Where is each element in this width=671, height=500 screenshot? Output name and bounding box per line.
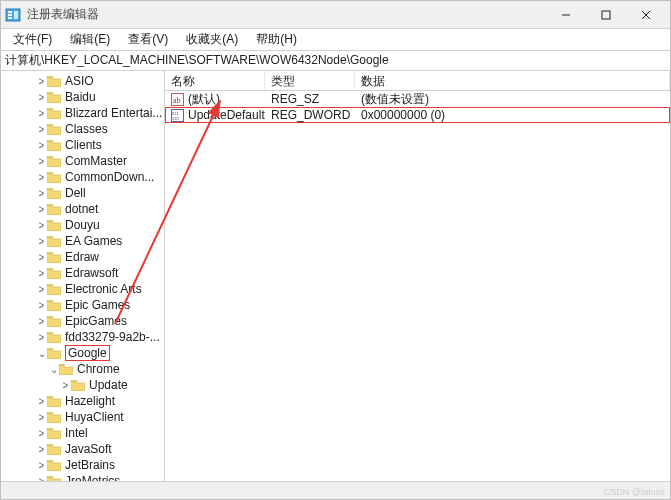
menu-help[interactable]: 帮助(H) (248, 29, 305, 50)
value-type: REG_DWORD (271, 108, 350, 122)
maximize-button[interactable] (586, 1, 626, 29)
column-type-header[interactable]: 类型 (265, 71, 355, 90)
expander-icon[interactable]: > (37, 412, 46, 423)
expander-icon[interactable]: > (37, 396, 46, 407)
watermark: CSDN @taloos (604, 487, 665, 497)
expander-icon[interactable]: > (61, 380, 70, 391)
content: >ASIO>Baidu>Blizzard Entertai...>Classes… (1, 71, 670, 481)
value-name: (默认) (188, 91, 220, 108)
expander-icon[interactable]: > (37, 76, 46, 87)
expander-icon[interactable]: > (37, 108, 46, 119)
expander-icon[interactable]: > (37, 300, 46, 311)
tree-item[interactable]: ⌄Google (1, 345, 164, 361)
tree-item[interactable]: >Clients (1, 137, 164, 153)
svg-rect-1 (8, 11, 12, 13)
expander-icon[interactable]: > (37, 236, 46, 247)
menu-file[interactable]: 文件(F) (5, 29, 60, 50)
tree-item[interactable]: >HuyaClient (1, 409, 164, 425)
expander-icon[interactable]: > (37, 204, 46, 215)
value-name: UpdateDefault (188, 108, 265, 122)
expander-icon[interactable]: > (37, 284, 46, 295)
expander-icon[interactable]: > (37, 92, 46, 103)
tree-item[interactable]: >Edrawsoft (1, 265, 164, 281)
svg-text:ab: ab (173, 96, 181, 105)
tree-item[interactable]: >JreMetrics (1, 473, 164, 481)
expander-icon[interactable]: > (37, 428, 46, 439)
tree-item[interactable]: >Intel (1, 425, 164, 441)
menu-view[interactable]: 查看(V) (120, 29, 176, 50)
expander-icon[interactable]: ⌄ (49, 364, 58, 375)
column-data-header[interactable]: 数据 (355, 71, 670, 90)
value-data: (数值未设置) (361, 91, 429, 108)
expander-icon[interactable]: > (37, 188, 46, 199)
expander-icon[interactable]: > (37, 316, 46, 327)
expander-icon[interactable]: > (37, 332, 46, 343)
tree-item[interactable]: >Douyu (1, 217, 164, 233)
tree-item[interactable]: >ComMaster (1, 153, 164, 169)
tree-item[interactable]: >fdd33279-9a2b-... (1, 329, 164, 345)
svg-rect-2 (8, 14, 12, 16)
expander-icon[interactable]: > (37, 476, 46, 482)
expander-icon[interactable]: > (37, 156, 46, 167)
expander-icon[interactable]: > (37, 172, 46, 183)
regedit-icon (5, 7, 21, 23)
value-type: REG_SZ (271, 92, 319, 106)
window: 注册表编辑器 文件(F) 编辑(E) 查看(V) 收藏夹(A) 帮助(H) 计算… (0, 0, 671, 500)
tree-item[interactable]: >Classes (1, 121, 164, 137)
tree-item[interactable]: >EpicGames (1, 313, 164, 329)
menu-favorites[interactable]: 收藏夹(A) (178, 29, 246, 50)
svg-text:110: 110 (172, 116, 179, 121)
value-data: 0x00000000 (0) (361, 108, 445, 122)
titlebar: 注册表编辑器 (1, 1, 670, 29)
list-header: 名称 类型 数据 (165, 71, 670, 91)
list-pane: 名称 类型 数据 ab(默认)REG_SZ(数值未设置)011110Update… (165, 71, 670, 481)
tree-item[interactable]: >ASIO (1, 73, 164, 89)
expander-icon[interactable]: > (37, 220, 46, 231)
expander-icon[interactable]: > (37, 460, 46, 471)
svg-rect-3 (8, 17, 12, 19)
tree-item[interactable]: >Hazelight (1, 393, 164, 409)
svg-rect-6 (602, 11, 610, 19)
address-bar[interactable]: 计算机\HKEY_LOCAL_MACHINE\SOFTWARE\WOW6432N… (1, 51, 670, 71)
tree-item[interactable]: >EA Games (1, 233, 164, 249)
expander-icon[interactable]: > (37, 252, 46, 263)
tree-pane[interactable]: >ASIO>Baidu>Blizzard Entertai...>Classes… (1, 71, 165, 481)
tree-item[interactable]: >dotnet (1, 201, 164, 217)
menu-edit[interactable]: 编辑(E) (62, 29, 118, 50)
expander-icon[interactable]: > (37, 268, 46, 279)
expander-icon[interactable]: > (37, 124, 46, 135)
svg-rect-4 (14, 11, 18, 19)
tree-item[interactable]: >Electronic Arts (1, 281, 164, 297)
list-body: ab(默认)REG_SZ(数值未设置)011110UpdateDefaultRE… (165, 91, 670, 481)
tree-item[interactable]: >Baidu (1, 89, 164, 105)
tree-item[interactable]: >Edraw (1, 249, 164, 265)
list-row[interactable]: ab(默认)REG_SZ(数值未设置) (165, 91, 670, 107)
tree-item[interactable]: >CommonDown... (1, 169, 164, 185)
tree-item[interactable]: ⌄Chrome (1, 361, 164, 377)
minimize-button[interactable] (546, 1, 586, 29)
expander-icon[interactable]: > (37, 140, 46, 151)
tree-item[interactable]: >Epic Games (1, 297, 164, 313)
window-title: 注册表编辑器 (27, 6, 546, 23)
expander-icon[interactable]: ⌄ (37, 348, 46, 359)
list-row[interactable]: 011110UpdateDefaultREG_DWORD0x00000000 (… (165, 107, 670, 123)
statusbar (1, 481, 670, 499)
tree-item[interactable]: >Blizzard Entertai... (1, 105, 164, 121)
close-button[interactable] (626, 1, 666, 29)
tree-item[interactable]: >JetBrains (1, 457, 164, 473)
menubar: 文件(F) 编辑(E) 查看(V) 收藏夹(A) 帮助(H) (1, 29, 670, 51)
expander-icon[interactable]: > (37, 444, 46, 455)
column-name-header[interactable]: 名称 (165, 71, 265, 90)
tree-item[interactable]: >Update (1, 377, 164, 393)
tree-item[interactable]: >Dell (1, 185, 164, 201)
tree-item[interactable]: >JavaSoft (1, 441, 164, 457)
